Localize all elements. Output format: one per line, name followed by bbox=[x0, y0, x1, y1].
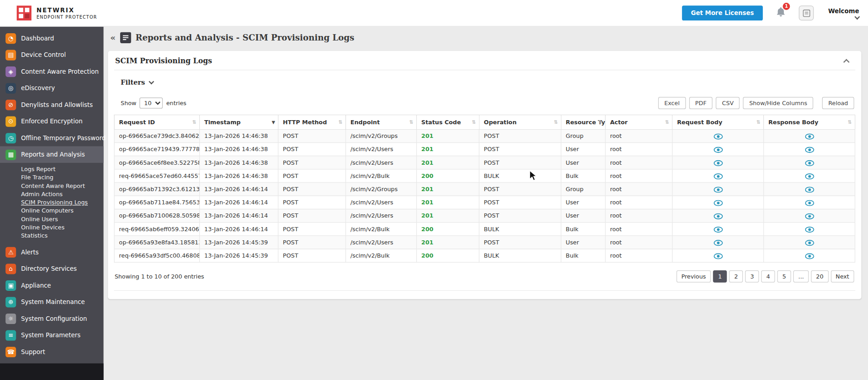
sidebar-item-dashboard[interactable]: ◔ Dashboard bbox=[0, 30, 104, 47]
request-body-eye-icon[interactable] bbox=[713, 133, 723, 139]
sidebar-item-offline-temporary-password[interactable]: ◷ Offline Temporary Password bbox=[0, 130, 104, 147]
cell-http-method: POST bbox=[278, 142, 345, 156]
appliance-icon: ▣ bbox=[5, 280, 16, 290]
response-body-eye-icon[interactable] bbox=[805, 226, 814, 232]
sidebar-item-support[interactable]: ☎ Support bbox=[0, 344, 104, 360]
response-body-eye-icon[interactable] bbox=[805, 173, 814, 179]
cell-timestamp: 13-Jan-2026 14:46:38 bbox=[200, 142, 278, 156]
request-body-eye-icon[interactable] bbox=[713, 226, 723, 232]
sidebar-item-enforced-encryption[interactable]: ⊙ Enforced Encryption bbox=[0, 113, 104, 130]
pagination-page-5[interactable]: 5 bbox=[777, 270, 791, 283]
pagination-page-1[interactable]: 1 bbox=[713, 270, 727, 283]
column-header-status-code[interactable]: Status Code bbox=[417, 115, 479, 130]
show-hide-columns-button[interactable]: Show/Hide Columns bbox=[743, 97, 813, 109]
column-header-timestamp[interactable]: Timestamp bbox=[200, 115, 278, 130]
submenu-item-online-users[interactable]: Online Users bbox=[21, 215, 103, 223]
cell-http-method: POST bbox=[278, 249, 345, 262]
reload-button[interactable]: Reload bbox=[822, 97, 854, 109]
table-row: op-69665ace6f8ee3.52275871 13-Jan-2026 1… bbox=[114, 156, 855, 169]
table-head: Request ID Timestamp HTTP Me bbox=[114, 115, 855, 130]
pagination-ellipsis[interactable]: ... bbox=[793, 270, 809, 283]
request-body-eye-icon[interactable] bbox=[713, 187, 723, 193]
request-body-eye-icon[interactable] bbox=[713, 173, 723, 179]
request-body-eye-icon[interactable] bbox=[713, 160, 723, 166]
submenu-item-online-devices[interactable]: Online Devices bbox=[21, 223, 103, 232]
response-body-eye-icon[interactable] bbox=[805, 213, 814, 219]
notifications-button[interactable]: 1 bbox=[776, 7, 786, 20]
pdf-button[interactable]: PDF bbox=[689, 97, 713, 109]
column-header-endpoint[interactable]: Endpoint bbox=[346, 115, 417, 130]
column-header-request-body[interactable]: Request Body bbox=[672, 115, 764, 130]
pagination-page-2[interactable]: 2 bbox=[729, 270, 743, 283]
sidebar-item-system-maintenance[interactable]: ⊕ System Maintenance bbox=[0, 294, 104, 310]
submenu-item-statistics[interactable]: Statistics bbox=[21, 232, 103, 240]
excel-button[interactable]: Excel bbox=[658, 97, 686, 109]
response-body-eye-icon[interactable] bbox=[805, 160, 814, 166]
sidebar-collapse-button[interactable]: « bbox=[110, 33, 116, 43]
cell-timestamp: 13-Jan-2026 14:46:38 bbox=[200, 129, 278, 142]
column-header-actor[interactable]: Actor bbox=[606, 115, 672, 130]
cell-request-body bbox=[672, 236, 764, 249]
sidebar-item-system-parameters[interactable]: ≡ System Parameters bbox=[0, 327, 104, 344]
pagination-next-button[interactable]: Next bbox=[831, 270, 854, 283]
sidebar-item-appliance[interactable]: ▣ Appliance bbox=[0, 277, 104, 294]
request-body-eye-icon[interactable] bbox=[713, 253, 723, 259]
cell-timestamp: 13-Jan-2026 14:45:39 bbox=[200, 249, 278, 262]
submenu-item-scim-provisioning-logs[interactable]: SCIM Provisioning Logs bbox=[21, 198, 103, 207]
response-body-eye-icon[interactable] bbox=[805, 200, 814, 206]
pagination-page-20[interactable]: 20 bbox=[811, 270, 828, 283]
collapse-panel-icon[interactable] bbox=[843, 59, 850, 65]
brand-product: ENDPOINT PROTECTOR bbox=[36, 15, 97, 20]
sidebar-item-alerts[interactable]: ⚠ Alerts bbox=[0, 244, 104, 261]
sidebar-item-denylists-allowlists[interactable]: ⊘ Denylists and Allowlists bbox=[0, 96, 104, 113]
cell-operation: POST bbox=[479, 129, 561, 142]
cell-resource-type: User bbox=[561, 196, 605, 209]
cell-status-code: 200 bbox=[417, 223, 479, 236]
filters-toggle[interactable]: Filters bbox=[114, 71, 155, 86]
submenu-item-admin-actions[interactable]: Admin Actions bbox=[21, 190, 103, 198]
column-header-request-id[interactable]: Request ID bbox=[114, 115, 199, 130]
response-body-eye-icon[interactable] bbox=[805, 253, 814, 259]
pagination-previous-button[interactable]: Previous bbox=[676, 270, 711, 283]
sidebar-item-device-control[interactable]: ▤ Device Control bbox=[0, 46, 104, 63]
sidebar-item-content-aware-protection[interactable]: ◈ Content Aware Protection bbox=[0, 63, 104, 80]
request-body-eye-icon[interactable] bbox=[713, 200, 723, 206]
sidebar-item-reports-and-analysis[interactable]: ▦ Reports and Analysis bbox=[0, 146, 104, 163]
request-body-eye-icon[interactable] bbox=[713, 239, 723, 245]
topbar-right: Get More Licenses 1 Welcome bbox=[682, 5, 859, 20]
submenu-item-file-tracing[interactable]: File Tracing bbox=[21, 173, 103, 182]
response-body-eye-icon[interactable] bbox=[805, 239, 814, 245]
submenu-item-content-aware-report[interactable]: Content Aware Report bbox=[21, 182, 103, 190]
get-more-licenses-button[interactable]: Get More Licenses bbox=[682, 5, 763, 20]
cell-request-id: op-69665ab711ae84.75653862 bbox=[114, 196, 199, 209]
page-title: Reports and Analysis - SCIM Provisioning… bbox=[136, 33, 354, 43]
request-body-eye-icon[interactable] bbox=[713, 213, 723, 219]
sidebar-item-system-configuration[interactable]: ☼ System Configuration bbox=[0, 310, 104, 327]
audit-log-button[interactable] bbox=[799, 5, 814, 20]
device-control-icon: ▤ bbox=[5, 50, 16, 60]
cell-timestamp: 13-Jan-2026 14:46:14 bbox=[200, 182, 278, 196]
response-body-eye-icon[interactable] bbox=[805, 133, 814, 139]
pagination-page-3[interactable]: 3 bbox=[745, 270, 759, 283]
content-aware-protection-icon: ◈ bbox=[5, 66, 16, 76]
submenu-item-online-computers[interactable]: Online Computers bbox=[21, 207, 103, 215]
csv-button[interactable]: CSV bbox=[716, 97, 740, 109]
column-header-operation[interactable]: Operation bbox=[479, 115, 561, 130]
cell-request-body bbox=[672, 249, 764, 262]
page-size-select[interactable]: 10 bbox=[140, 97, 163, 108]
pagination-page-4[interactable]: 4 bbox=[761, 270, 775, 283]
cell-response-body bbox=[764, 209, 855, 222]
sidebar-item-ediscovery[interactable]: ◎ eDiscovery bbox=[0, 80, 104, 96]
show-entries: Show 10 entries bbox=[121, 97, 186, 108]
response-body-eye-icon[interactable] bbox=[805, 147, 814, 152]
column-header-response-body[interactable]: Response Body bbox=[764, 115, 855, 130]
user-menu[interactable]: Welcome bbox=[828, 7, 859, 18]
list-icon: ≡ bbox=[5, 330, 16, 340]
column-header-http-method[interactable]: HTTP Method bbox=[278, 115, 345, 130]
request-body-eye-icon[interactable] bbox=[713, 147, 723, 152]
submenu-item-logs-report[interactable]: Logs Report bbox=[21, 165, 103, 173]
response-body-eye-icon[interactable] bbox=[805, 187, 814, 193]
column-header-resource-type[interactable]: Resource Type bbox=[561, 115, 605, 130]
sidebar-item-directory-services[interactable]: ⌂ Directory Services bbox=[0, 260, 104, 277]
table-row: req-69665ace57ed60.44557529 13-Jan-2026 … bbox=[114, 169, 855, 182]
